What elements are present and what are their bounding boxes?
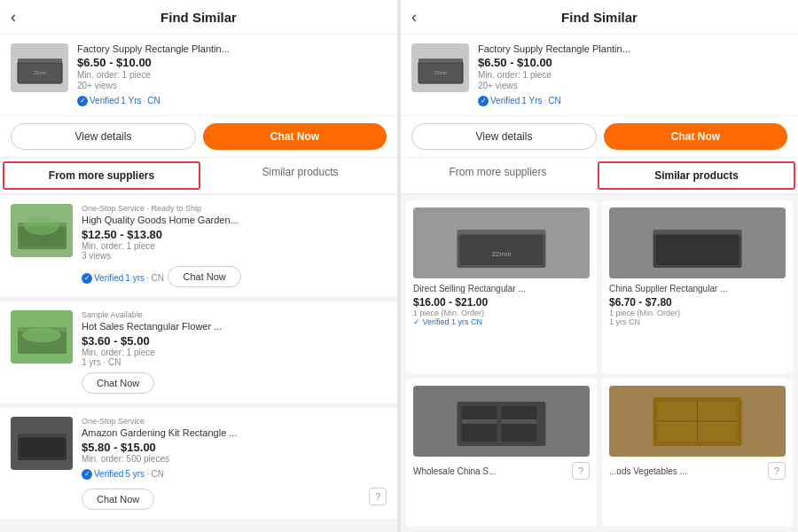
question-icon-3[interactable]: ? bbox=[369, 488, 387, 505]
list-item-img-1 bbox=[11, 204, 73, 257]
verified-badge-right: ✓ Verified 1 Yrs · CN bbox=[478, 96, 561, 106]
action-buttons-left: View details Chat Now bbox=[0, 116, 397, 158]
list-item-content-1: One-Stop Service · Ready to Ship High Qu… bbox=[82, 204, 387, 287]
item-country-2: 1 yrs · CN bbox=[82, 357, 387, 367]
verified-country-left: · bbox=[144, 96, 146, 106]
featured-views-right: 20+ views bbox=[478, 81, 787, 90]
question-icon-grid-3[interactable]: ? bbox=[572, 462, 590, 480]
featured-price-left: $6.50 - $10.00 bbox=[77, 56, 387, 69]
svg-rect-28 bbox=[462, 419, 497, 424]
years-item-3: 5 yrs bbox=[125, 469, 145, 479]
featured-product-left: 22mm Factory Supply Rectangle Plantin...… bbox=[0, 35, 397, 116]
grid-item-meta-2: 1 piece (Min. Order) bbox=[609, 309, 786, 317]
list-item-content-2: Sample Available Hot Sales Rectangular F… bbox=[82, 310, 387, 394]
item-name-3: Amazon Gardening Kit Rectangle ... bbox=[82, 427, 387, 438]
verified-text-item-3: Verified bbox=[94, 469, 123, 479]
verified-icon-item-1: ✓ bbox=[82, 273, 92, 284]
grid-item-meta-1: 1 piece (Min. Order) bbox=[413, 309, 590, 317]
item-price-1: $12.50 - $13.80 bbox=[82, 228, 387, 241]
svg-rect-15 bbox=[419, 59, 463, 63]
chat-btn-2[interactable]: Chat Now bbox=[82, 372, 154, 394]
tab-from-suppliers-right[interactable]: From more suppliers bbox=[401, 158, 595, 193]
svg-rect-24 bbox=[656, 234, 739, 265]
verified-icon-left: ✓ bbox=[77, 96, 88, 106]
tab-similar-right[interactable]: Similar products bbox=[598, 161, 795, 190]
tab-from-suppliers-left[interactable]: From more suppliers bbox=[3, 161, 200, 190]
tab-similar-left[interactable]: Similar products bbox=[203, 158, 397, 193]
panel-right: ‹ Find Similar 22mm Factory Supply Recta… bbox=[401, 0, 798, 532]
grid-item-1: 22mm Direct Selling Rectangular ... $16.… bbox=[406, 200, 597, 373]
list-item-1: One-Stop Service · Ready to Ship High Qu… bbox=[0, 195, 397, 296]
item-views-1: 3 views bbox=[82, 251, 387, 261]
item-tag-1: One-Stop Service · Ready to Ship bbox=[82, 204, 387, 213]
panel-right-title: Find Similar bbox=[561, 10, 638, 25]
back-button-right[interactable]: ‹ bbox=[411, 9, 417, 25]
view-details-button-right[interactable]: View details bbox=[411, 123, 597, 150]
list-item-3: One-Stop Service Amazon Gardening Kit Re… bbox=[0, 408, 397, 519]
tabs-left: From more suppliers Similar products bbox=[0, 158, 397, 195]
list-item-img-2 bbox=[11, 310, 73, 364]
svg-rect-13 bbox=[20, 437, 64, 457]
country-item-3: · CN bbox=[146, 469, 164, 479]
verified-text-item-1: Verified bbox=[94, 273, 123, 283]
verified-years-right: 1 Yrs bbox=[521, 96, 542, 106]
list-item-img-3 bbox=[11, 417, 73, 470]
view-details-button-left[interactable]: View details bbox=[11, 123, 196, 150]
verified-text-left: Verified bbox=[90, 96, 119, 106]
item-price-2: $3.60 - $5.00 bbox=[82, 334, 387, 348]
featured-name-left: Factory Supply Rectangle Plantin... bbox=[77, 43, 387, 54]
grid-item-name-2: China Supplier Rectangular ... bbox=[609, 284, 786, 293]
grid-item-name-4: ...ods Vegetables ... bbox=[609, 466, 687, 476]
chat-btn-1[interactable]: Chat Now bbox=[168, 266, 240, 287]
verified-icon-right: ✓ bbox=[478, 96, 489, 106]
item-meta-2: Min. order: 1 piece bbox=[82, 348, 387, 357]
verified-badge-left: ✓ Verified 1 Yrs · CN bbox=[77, 96, 160, 106]
question-icon-grid-4[interactable]: ? bbox=[768, 462, 786, 480]
grid-item-4: ...ods Vegetables ... ? bbox=[602, 379, 793, 527]
grid-item-3: Wholesale China S... ? bbox=[406, 379, 597, 527]
list-item-content-3: One-Stop Service Amazon Gardening Kit Re… bbox=[82, 417, 387, 510]
grid-verified-1: ✓ Verified 1 yrs CN bbox=[413, 317, 590, 326]
country-left: CN bbox=[147, 96, 160, 106]
svg-text:22mm: 22mm bbox=[491, 250, 512, 258]
grid-item-img-2 bbox=[609, 207, 786, 278]
item-tag-3: One-Stop Service bbox=[82, 417, 387, 426]
verified-text-right: Verified bbox=[490, 96, 520, 106]
svg-point-10 bbox=[22, 328, 61, 342]
chat-now-button-left[interactable]: Chat Now bbox=[203, 123, 387, 150]
featured-product-img-right: 22mm bbox=[411, 43, 469, 92]
item-tag-2: Sample Available bbox=[82, 310, 387, 319]
panel-left: ‹ Find Similar 22mm Factory Supply Recta… bbox=[0, 0, 397, 532]
grid-item-img-4 bbox=[609, 386, 786, 457]
similar-grid: 22mm Direct Selling Rectangular ... $16.… bbox=[401, 195, 798, 532]
country-right: CN bbox=[548, 96, 560, 106]
featured-product-right: 22mm Factory Supply Rectangle Plantin...… bbox=[401, 35, 798, 116]
verified-years-left: 1 Yrs bbox=[121, 96, 141, 106]
tabs-right: From more suppliers Similar products bbox=[401, 158, 798, 195]
verified-badge-item-1: ✓ Verified 1 yrs · CN bbox=[82, 273, 164, 284]
item-meta-3: Min. order: 500 pieces bbox=[82, 454, 387, 464]
grid-item-name-3: Wholesale China S... bbox=[413, 466, 496, 476]
featured-product-img-left: 22mm bbox=[11, 43, 68, 92]
chat-now-button-right[interactable]: Chat Now bbox=[604, 123, 787, 150]
grid-item-2: China Supplier Rectangular ... $6.70 - $… bbox=[602, 200, 793, 373]
chat-btn-3[interactable]: Chat Now bbox=[82, 489, 154, 510]
verified-country-right: · bbox=[544, 96, 547, 106]
svg-text:22mm: 22mm bbox=[434, 70, 447, 75]
item-name-1: High Quality Goods Home Garden... bbox=[82, 215, 387, 225]
verified-badge-item-3: ✓ Verified 5 yrs · CN bbox=[82, 469, 164, 480]
action-buttons-right: View details Chat Now bbox=[401, 116, 798, 158]
back-button-left[interactable]: ‹ bbox=[11, 9, 16, 25]
panel-left-header: ‹ Find Similar bbox=[0, 0, 397, 35]
svg-rect-1 bbox=[18, 59, 62, 63]
grid-years-2: 1 yrs CN bbox=[609, 317, 786, 326]
item-meta-1: Min. order: 1 piece bbox=[82, 241, 387, 251]
panel-right-header: ‹ Find Similar bbox=[401, 0, 798, 35]
svg-text:22mm: 22mm bbox=[34, 70, 46, 75]
featured-views-left: 20+ views bbox=[77, 81, 387, 90]
featured-minorder-right: Min. order: 1 piece bbox=[478, 70, 787, 80]
list-item-2: Sample Available Hot Sales Rectangular F… bbox=[0, 301, 397, 403]
item-name-2: Hot Sales Rectangular Flower ... bbox=[82, 321, 387, 332]
verified-icon-item-3: ✓ bbox=[82, 469, 92, 480]
featured-name-right: Factory Supply Rectangle Plantin... bbox=[478, 43, 787, 54]
